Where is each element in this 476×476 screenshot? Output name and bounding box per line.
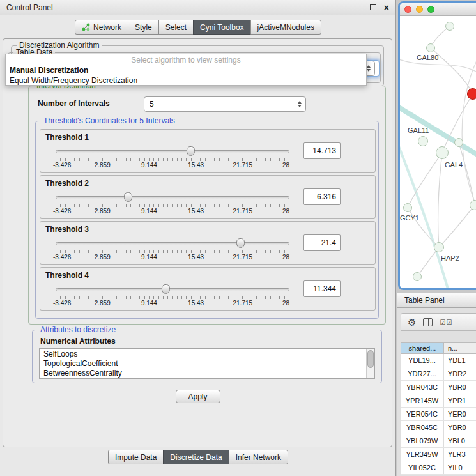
attribute-item[interactable]: SelfLoops [40, 349, 366, 359]
network-node[interactable] [418, 136, 428, 146]
node-label: GAL4 [445, 161, 463, 169]
tab-infer-network[interactable]: Infer Network [229, 450, 288, 464]
tab-style[interactable]: Style [128, 20, 159, 35]
scale-label: 15.43 [188, 162, 204, 169]
checkbox-filter-icon[interactable]: ☑☑ [440, 319, 452, 326]
columns-icon[interactable] [423, 318, 433, 326]
threshold-value-field[interactable]: 21.4 [303, 234, 341, 251]
tab-cyni-toolbox[interactable]: Cyni Toolbox [193, 20, 250, 35]
dropdown-placeholder: Select algorithm to view settings [6, 55, 366, 65]
scale-label: -3.426 [53, 254, 71, 261]
slider-track[interactable] [56, 196, 289, 199]
scale-label: 9.144 [141, 208, 157, 215]
apply-button[interactable]: Apply [176, 390, 220, 403]
scrollbar-thumb[interactable] [367, 350, 374, 368]
table-row[interactable]: YBR045CYBR0 [401, 421, 476, 434]
float-window-icon[interactable] [370, 4, 376, 10]
network-window-titlebar [400, 3, 476, 16]
close-icon[interactable]: × [384, 3, 389, 12]
slider-track[interactable] [56, 150, 289, 153]
network-node-selected[interactable] [467, 88, 476, 100]
number-of-intervals-combobox[interactable]: 5 [144, 96, 306, 112]
threshold-box: Threshold 3 21.4 -3.4262.8599.14415.4321… [40, 221, 376, 265]
group-title: Threshold's Coordinates for 5 Intervals [41, 116, 178, 125]
tab-jactivemnodules[interactable]: jActiveMNodules [250, 20, 321, 35]
threshold-label: Threshold 3 [45, 225, 89, 234]
scale-label: 28 [282, 208, 289, 215]
tab-label: Cyni Toolbox [200, 23, 243, 32]
node-label: HAP2 [441, 254, 459, 262]
table-row[interactable]: YER054CYER0 [401, 408, 476, 421]
table-row[interactable]: YBR043CYBR0 [401, 381, 476, 394]
attribute-item[interactable]: TopologicalCoefficient [40, 359, 366, 369]
tab-impute-data[interactable]: Impute Data [108, 450, 164, 464]
network-node[interactable] [403, 203, 412, 212]
slider-thumb[interactable] [236, 238, 245, 248]
tab-select[interactable]: Select [158, 20, 194, 35]
threshold-label: Threshold 1 [45, 133, 89, 142]
threshold-label: Threshold 4 [45, 271, 89, 280]
tab-label: Network [93, 23, 121, 32]
threshold-slider[interactable]: -3.4262.8599.14415.4321.71528 [56, 283, 289, 309]
slider-track[interactable] [56, 288, 289, 291]
table-cell: YBL0 [444, 434, 476, 447]
scale-label: 28 [282, 162, 289, 169]
slider-track[interactable] [56, 242, 289, 245]
slider-scale-labels: -3.4262.8599.14415.4321.71528 [56, 300, 289, 307]
list-scrollbar[interactable] [366, 349, 374, 378]
table-row[interactable]: YIL052CYIL0 [401, 461, 476, 475]
table-panel-title: Table Panel [404, 296, 445, 305]
algorithm-dropdown-popup: Select algorithm to view settings Manual… [5, 54, 367, 86]
table-row[interactable]: YPR145WYPR1 [401, 394, 476, 408]
tab-label: Impute Data [115, 453, 157, 462]
table-row[interactable]: YBL079WYBL0 [401, 434, 476, 448]
tab-network[interactable]: Network [75, 20, 128, 35]
zoom-traffic-light-icon[interactable] [427, 6, 434, 13]
table-cell: YBR043C [401, 381, 444, 394]
network-node[interactable] [436, 146, 449, 159]
network-node[interactable] [470, 200, 476, 210]
scale-label: 9.144 [141, 162, 157, 169]
column-header-name[interactable]: n... [444, 342, 476, 354]
network-node[interactable] [413, 272, 422, 281]
dropdown-item-manual-discretization[interactable]: Manual Discretization [6, 65, 366, 75]
network-node[interactable] [434, 242, 444, 252]
network-node[interactable] [426, 43, 435, 52]
threshold-value-field[interactable]: 11.344 [303, 280, 341, 297]
table-row[interactable]: YLR345WYLR3 [401, 448, 476, 461]
table-cell: YDR2 [444, 367, 476, 380]
numerical-attributes-list[interactable]: SelfLoopsTopologicalCoefficientBetweenne… [39, 348, 375, 379]
threshold-slider[interactable]: -3.4262.8599.14415.4321.71528 [56, 191, 289, 217]
node-label: GAL11 [408, 127, 429, 134]
close-traffic-light-icon[interactable] [404, 6, 411, 13]
network-node[interactable] [454, 138, 463, 147]
threshold-value-field[interactable]: 6.316 [303, 188, 341, 205]
thresholds-group: Threshold's Coordinates for 5 Intervals … [35, 121, 379, 319]
tab-discretize-data[interactable]: Discretize Data [163, 450, 229, 464]
dropdown-item-equal-width-frequency[interactable]: Equal Width/Frequency Discretization [6, 75, 366, 86]
table-row[interactable]: YDL19...YDL1 [401, 354, 476, 367]
slider-thumb[interactable] [162, 284, 170, 294]
network-node[interactable] [445, 22, 454, 31]
minimize-traffic-light-icon[interactable] [416, 6, 423, 13]
network-canvas[interactable]: GAL80GAL11GAL4GCY1HAP2 [400, 16, 476, 288]
threshold-slider[interactable]: -3.4262.8599.14415.4321.71528 [56, 237, 289, 263]
slider-scale-labels: -3.4262.8599.14415.4321.71528 [56, 254, 289, 261]
table-row[interactable]: YDR27...YDR2 [401, 367, 476, 381]
gear-icon[interactable]: ⚙ [408, 318, 416, 327]
right-column: GAL80GAL11GAL4GCY1HAP2 Table Panel ⚙ ☑☑ … [397, 0, 476, 476]
combo-arrows-icon [298, 101, 302, 107]
control-panel-title: Control Panel [6, 3, 53, 12]
threshold-slider[interactable]: -3.4262.8599.14415.4321.71528 [56, 145, 289, 171]
table-cell: YIL052C [401, 461, 444, 474]
slider-thumb[interactable] [124, 192, 132, 202]
threshold-value-field[interactable]: 14.713 [303, 142, 341, 159]
number-of-intervals-label: Number of Intervals [38, 99, 110, 108]
scale-label: 28 [282, 254, 289, 261]
table-panel-body: ⚙ ☑☑ shared... n... YDL19...YDL1YDR27...… [397, 308, 476, 476]
tab-label: Discretize Data [170, 453, 222, 462]
column-header-shared-name[interactable]: shared... [401, 342, 444, 354]
slider-thumb[interactable] [187, 146, 195, 156]
attribute-item[interactable]: BetweennessCentrality [40, 369, 366, 378]
network-view-window: GAL80GAL11GAL4GCY1HAP2 [398, 1, 476, 290]
